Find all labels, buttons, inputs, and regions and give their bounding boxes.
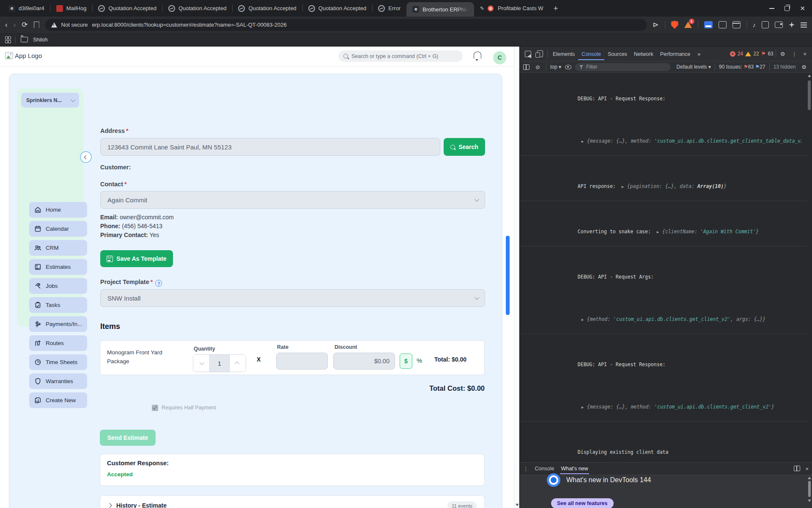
scroll-up-arrow-icon[interactable] bbox=[808, 75, 811, 77]
archive-extension-icon[interactable] bbox=[732, 21, 741, 28]
command-search-input[interactable]: Search or type a command (Ctrl + G) bbox=[338, 50, 463, 62]
devtools-close-icon[interactable]: × bbox=[801, 51, 809, 57]
browser-tab[interactable]: d3i9ei0ar4 bbox=[3, 0, 50, 17]
scroll-up-arrow-icon[interactable] bbox=[808, 477, 811, 479]
rate-input[interactable] bbox=[276, 353, 328, 370]
contact-select[interactable]: Again Commit bbox=[100, 191, 485, 209]
console-filter-input[interactable]: Filter bbox=[575, 63, 670, 71]
drawer-close-icon[interactable]: × bbox=[805, 466, 809, 472]
scrollbar-thumb[interactable] bbox=[808, 80, 811, 110]
devtools-tab[interactable]: Performance bbox=[657, 47, 694, 60]
kebab-menu-icon[interactable]: ⋮ bbox=[789, 51, 799, 57]
user-avatar[interactable]: C bbox=[493, 51, 506, 64]
browser-tab[interactable]: Brotherton ERPNe × bbox=[406, 2, 474, 17]
discount-input[interactable]: $0.00 bbox=[333, 353, 395, 370]
history-section[interactable]: History - Estimate 11 events bbox=[100, 495, 485, 508]
inspect-element-icon[interactable] bbox=[525, 51, 531, 57]
browser-tab[interactable]: Quotation Accepted bbox=[232, 0, 302, 17]
devtools-tab[interactable]: Sources bbox=[604, 47, 631, 60]
browser-tab[interactable]: Quotation Accepted bbox=[302, 0, 372, 17]
sidebar-item[interactable]: Routes bbox=[29, 335, 87, 351]
restore-icon[interactable] bbox=[785, 6, 790, 11]
address-bar[interactable]: Not secure erp.local:8000/clients?lookup… bbox=[45, 19, 647, 31]
warning-icon[interactable] bbox=[745, 52, 751, 56]
sidebar-collapse-button[interactable] bbox=[80, 151, 92, 163]
stepper-up-icon[interactable] bbox=[230, 355, 246, 372]
console-message[interactable]: main-DUBNX-6R.js:3311 DEBUG: API - Reque… bbox=[520, 73, 807, 156]
quantity-stepper[interactable]: 1 bbox=[193, 354, 246, 372]
minimize-icon[interactable] bbox=[769, 8, 774, 9]
console-line[interactable]: ▶{method: 'custom_ui.api.db.clients.get_… bbox=[531, 290, 801, 332]
drawer-layout-icon[interactable] bbox=[794, 466, 800, 471]
console-line[interactable]: ▶{message: {…}, method: 'custom_ui.api.d… bbox=[531, 111, 801, 154]
media-icon[interactable]: ♪ bbox=[753, 21, 756, 28]
sidebar-item[interactable]: Time Sheets bbox=[29, 354, 87, 370]
browser-tab[interactable]: Profitable Casts W bbox=[474, 0, 549, 17]
discount-dollar-button[interactable]: $ bbox=[400, 353, 412, 369]
console-scrollbar[interactable] bbox=[807, 73, 812, 463]
context-selector[interactable]: top ▾ bbox=[550, 64, 561, 70]
share-icon[interactable]: ⊳ bbox=[653, 20, 658, 29]
new-tab-button[interactable]: + bbox=[554, 4, 558, 13]
drawer-tab[interactable]: What's new × bbox=[560, 463, 589, 474]
see-all-features-button[interactable]: See all new features bbox=[551, 498, 614, 508]
issues-summary[interactable]: 90 Issues: ⚑63 ⚑27 bbox=[719, 64, 765, 70]
brave-shield-icon[interactable] bbox=[671, 21, 678, 29]
send-estimate-button[interactable]: Send Estimate bbox=[100, 430, 156, 446]
leo-ai-icon[interactable] bbox=[789, 22, 795, 28]
half-payment-checkbox[interactable] bbox=[152, 405, 158, 411]
more-tabs-icon[interactable]: » bbox=[695, 51, 702, 57]
blue-extension-icon[interactable] bbox=[704, 21, 713, 28]
console-line[interactable]: ▶{message: {…}, method: 'custom_ui.api.d… bbox=[531, 377, 801, 420]
console-sidebar-icon[interactable] bbox=[523, 64, 529, 70]
console-line[interactable]: DEBUG: API - Request Response: bbox=[531, 335, 801, 377]
browser-tab[interactable]: Quotation Accepted bbox=[162, 0, 232, 17]
console-message[interactable]: main-DUBNX-6R.js:5210 Displaying existin… bbox=[520, 422, 807, 463]
console-line[interactable]: Converting to snake case: ▶{clientName: … bbox=[531, 202, 801, 245]
devtools-tab[interactable]: Elements bbox=[549, 47, 578, 60]
brave-rewards-icon[interactable]: 1 bbox=[684, 22, 692, 28]
console-line[interactable]: DEBUG: API - Request Args: bbox=[531, 247, 801, 290]
console-line[interactable]: API response: ▶{pagination: {…}, data: A… bbox=[531, 157, 801, 199]
company-select[interactable]: Sprinklers N... bbox=[21, 93, 79, 108]
sidebar-item[interactable]: Payments/In... bbox=[29, 316, 87, 332]
apps-grid-icon[interactable] bbox=[5, 36, 10, 43]
console-message[interactable]: main-DUBNX-6R.js:3311 DEBUG: API - Reque… bbox=[520, 334, 807, 422]
sidebar-item[interactable]: Tasks bbox=[29, 297, 87, 313]
browser-tab[interactable]: MailHog bbox=[50, 0, 93, 17]
save-as-template-button[interactable]: Save As Template bbox=[100, 250, 173, 267]
drawer-scrollbar[interactable] bbox=[807, 475, 812, 508]
project-template-select[interactable]: SNW Install bbox=[100, 289, 485, 307]
forward-icon[interactable]: › bbox=[14, 21, 16, 29]
sidebar-item[interactable]: Warranties bbox=[29, 373, 87, 389]
sidebar-item[interactable]: Calendar bbox=[29, 221, 87, 237]
sidebar-item[interactable]: Estimates bbox=[29, 259, 87, 275]
sidebar-toggle-icon[interactable] bbox=[762, 21, 769, 28]
console-message[interactable]: main-DUBNX-6R.js:3311 DEBUG: API - Reque… bbox=[520, 246, 807, 334]
devtools-tab[interactable]: Console bbox=[578, 47, 604, 60]
reload-icon[interactable]: ⟳ bbox=[22, 20, 27, 29]
scroll-down-arrow-icon[interactable] bbox=[808, 500, 811, 502]
stepper-down-icon[interactable] bbox=[193, 355, 209, 372]
browser-tab[interactable]: Quotation Accepted bbox=[92, 0, 162, 17]
console-message[interactable]: main-DUBNX-6R.js:3311 Converting to snak… bbox=[520, 201, 807, 246]
console-line[interactable]: Displaying existing client data bbox=[531, 422, 801, 463]
scrollbar-thumb[interactable] bbox=[808, 481, 811, 497]
console-settings-gear-icon[interactable]: ⚙ bbox=[799, 64, 809, 70]
wallet-icon[interactable] bbox=[775, 22, 783, 28]
settings-gear-icon[interactable]: ⚙ bbox=[778, 51, 787, 57]
quantity-value[interactable]: 1 bbox=[209, 355, 230, 372]
console-message[interactable]: main-DUBNX-6R.js:5026 API response: ▶{pa… bbox=[520, 156, 807, 201]
app-logo[interactable]: App Logo bbox=[5, 52, 42, 59]
sidebar-item[interactable]: CRM + bbox=[29, 240, 87, 256]
url-text[interactable]: erp.local:8000/clients?lookup=customer#/… bbox=[92, 22, 286, 28]
extension-icon[interactable] bbox=[719, 21, 727, 28]
live-expression-eye-icon[interactable] bbox=[565, 65, 571, 69]
devtools-tab[interactable]: Network bbox=[631, 47, 657, 60]
sidebar-item[interactable]: Jobs bbox=[29, 278, 87, 294]
error-icon[interactable]: × bbox=[730, 51, 735, 57]
drawer-tab[interactable]: Console bbox=[535, 466, 554, 472]
issues-flag-icon[interactable]: ⚑ bbox=[761, 51, 766, 57]
menu-icon[interactable] bbox=[801, 22, 807, 28]
address-input[interactable]: 123643 Commit Lane Saint Paul, MN 55123 bbox=[100, 138, 440, 156]
